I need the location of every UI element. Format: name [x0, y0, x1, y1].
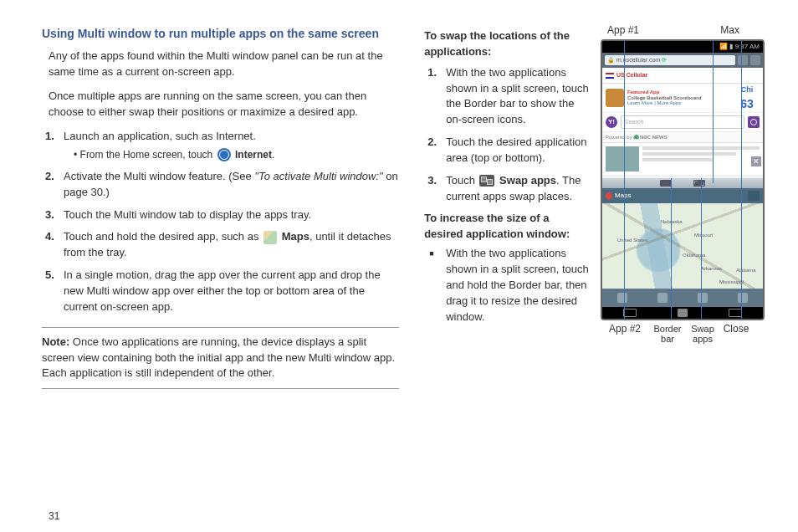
- step-text: With the two applications shown in a spl…: [446, 247, 589, 322]
- close-panel-icon[interactable]: ✕: [751, 156, 761, 166]
- back-icon[interactable]: [729, 309, 742, 317]
- step-num: 1.: [427, 65, 437, 81]
- powered-by-label: Powered by: [606, 135, 633, 140]
- paragraph: Any of the apps found within the Multi w…: [49, 49, 399, 80]
- map-state-label: Arkansas: [701, 265, 722, 273]
- news-story-row[interactable]: [602, 143, 763, 175]
- maps-icon: [263, 231, 277, 244]
- step-num: 1.: [45, 129, 54, 145]
- featured-thumb: [606, 89, 624, 107]
- bold-label: Maps: [282, 230, 309, 243]
- nbc-label: NBC NEWS: [640, 135, 668, 140]
- callout-app2: App #2: [601, 324, 649, 344]
- address-bar[interactable]: 🔒 m.uscellular.com ⟳: [605, 55, 735, 65]
- featured-links[interactable]: Learn More | More Apps: [627, 100, 731, 106]
- home-icon[interactable]: [678, 309, 688, 317]
- refresh-icon[interactable]: ⟳: [662, 55, 667, 65]
- map-state-label: Oklahoma: [683, 252, 705, 259]
- callout-swap-apps: Swap: [686, 324, 719, 334]
- callout-swap-apps-2: apps: [686, 334, 719, 344]
- menu-icon[interactable]: [623, 309, 637, 317]
- lock-icon: 🔒: [607, 55, 615, 65]
- maps-header: Maps: [602, 188, 763, 203]
- maps-title: Maps: [615, 191, 632, 201]
- note-body: Once two applications are running, the d…: [42, 335, 395, 380]
- maximize-handle-icon[interactable]: [693, 180, 705, 187]
- nbc-row: Powered by 🦚 NBC NEWS: [602, 132, 763, 143]
- callout-close: Close: [719, 324, 753, 344]
- side-text: Chi: [734, 84, 760, 95]
- featured-title: College Basketball Scoreboard: [627, 95, 731, 101]
- search-input[interactable]: Search: [621, 115, 744, 129]
- yahoo-icon: Y!: [606, 116, 617, 128]
- step-num: 2.: [427, 135, 437, 151]
- url-text: m.uscellular.com: [616, 55, 660, 65]
- voice-search-icon[interactable]: [748, 191, 760, 201]
- maps-explore-icon[interactable]: [698, 293, 708, 303]
- cross-ref: "To activate Multi window:": [254, 170, 382, 182]
- note-label: Note:: [42, 335, 69, 348]
- internet-icon: [217, 148, 231, 161]
- instructions-list: With the two applications shown in a spl…: [424, 246, 591, 325]
- text-run: Activate the Multi window feature. (See: [64, 170, 254, 182]
- story-text: [642, 146, 760, 171]
- note-block: Note: Once two applications are running,…: [42, 327, 399, 390]
- map-canvas[interactable]: United States Nebraska Missouri Oklahoma…: [602, 203, 763, 289]
- map-state-label: Alabama: [736, 267, 756, 274]
- flag-icon: [606, 73, 614, 79]
- step-text: Touch Swap apps. The current apps swap p…: [446, 174, 581, 202]
- maps-search-icon[interactable]: [617, 293, 627, 303]
- status-time: 9:37 AM: [735, 43, 760, 50]
- callout-row-top: App #1 Max: [601, 25, 765, 36]
- step-text: Touch and hold the desired app, such as …: [64, 230, 391, 258]
- callout-border-bar-2: bar: [649, 334, 686, 344]
- text-run: Touch: [446, 174, 478, 187]
- callout-app1: App #1: [601, 25, 673, 36]
- nbc-peacock-icon: 🦚: [633, 135, 638, 140]
- sub-step: From the Home screen, touch Internet.: [74, 148, 399, 162]
- map-state-label: Missouri: [694, 232, 713, 239]
- step-text: In a single motion, drag the app over th…: [64, 269, 381, 313]
- android-navbar: [602, 307, 763, 319]
- maps-pin-icon: [604, 192, 613, 201]
- callout-row-bottom: App #2 Border bar Swap apps Close: [601, 324, 765, 344]
- step-num: 5.: [45, 268, 54, 284]
- swap-apps-icon: [479, 175, 494, 187]
- step-text: With the two applications shown in a spl…: [446, 66, 589, 126]
- carrier-banner: US Cellular: [602, 68, 763, 84]
- border-bar[interactable]: [602, 178, 763, 188]
- app-region-top-browser[interactable]: 🔒 m.uscellular.com ⟳ US Cellular: [602, 53, 763, 178]
- maps-directions-icon[interactable]: [657, 293, 668, 303]
- story-thumb: [606, 146, 639, 171]
- step-num: 4.: [45, 229, 54, 245]
- phone-screenshot: 📶 ▮ 9:37 AM 🔒 m.uscellular.com ⟳: [601, 39, 765, 320]
- map-state-label: Mississippi: [719, 279, 744, 286]
- step-text: Touch the desired application area (top …: [446, 136, 586, 164]
- tabs-icon[interactable]: [750, 55, 760, 65]
- step-text: Launch an application, such as Internet.: [64, 130, 256, 142]
- signal-icon: 📶: [719, 43, 729, 50]
- featured-app-row[interactable]: Featured App College Basketball Scoreboa…: [602, 84, 763, 113]
- swap-handle-icon[interactable]: [660, 180, 672, 187]
- search-icon[interactable]: [748, 116, 760, 128]
- map-state-label: Nebraska: [661, 218, 683, 226]
- map-country-label: United States: [617, 237, 647, 244]
- side-number: 63: [734, 95, 760, 112]
- maps-profile-icon[interactable]: [738, 293, 748, 303]
- paragraph: Once multiple apps are running on the sa…: [49, 89, 399, 120]
- callout-border-bar: Border: [649, 324, 686, 334]
- instructions-list: 1.With the two applications shown in a s…: [424, 65, 591, 205]
- bold-label: Swap apps: [499, 174, 556, 187]
- carrier-name: US Cellular: [616, 71, 647, 79]
- maps-toolbar: [602, 289, 763, 307]
- page-number: 31: [49, 510, 59, 522]
- bookmark-icon[interactable]: [738, 55, 748, 65]
- step-num: 2.: [45, 169, 54, 185]
- yahoo-search-row: Y! Search: [602, 113, 763, 132]
- step-num: 3.: [45, 207, 54, 223]
- section-heading: Using Multi window to run multiple apps …: [42, 25, 399, 42]
- instructions-list: 1. Launch an application, such as Intern…: [42, 129, 399, 315]
- subheading: To increase the size of a desired applic…: [424, 211, 591, 243]
- app-region-bottom-maps[interactable]: Maps United States Nebraska Missouri Okl…: [602, 188, 763, 307]
- text-run: Touch and hold the desired app, such as: [64, 230, 262, 243]
